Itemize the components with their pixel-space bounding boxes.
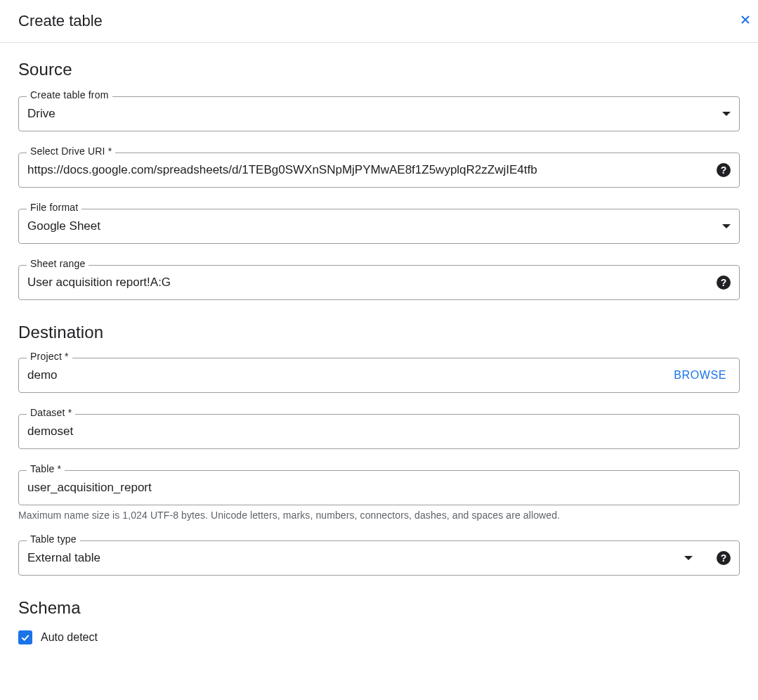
sheet-range-input-box: ? bbox=[18, 265, 740, 300]
page-title: Create table bbox=[18, 12, 103, 30]
field-sheet-range: Sheet range ? bbox=[18, 265, 740, 300]
field-label: Sheet range bbox=[27, 258, 89, 269]
help-icon[interactable]: ? bbox=[717, 163, 731, 177]
field-label: Table * bbox=[27, 463, 65, 474]
dialog-header: Create table bbox=[0, 0, 758, 43]
section-schema-title: Schema bbox=[18, 598, 740, 618]
field-label: Dataset * bbox=[27, 407, 75, 418]
drive-uri-input-box: ? bbox=[18, 153, 740, 188]
table-input[interactable] bbox=[27, 481, 731, 495]
project-input-box: BROWSE bbox=[18, 358, 740, 393]
chevron-down-icon bbox=[722, 112, 731, 116]
select-value: Google Sheet bbox=[27, 219, 717, 233]
table-input-box bbox=[18, 470, 740, 505]
close-icon[interactable] bbox=[738, 11, 758, 31]
field-label: Select Drive URI * bbox=[27, 145, 115, 157]
project-input[interactable] bbox=[27, 368, 674, 382]
sheet-range-input[interactable] bbox=[27, 276, 710, 290]
field-label: File format bbox=[27, 202, 81, 213]
check-icon bbox=[20, 632, 31, 643]
create-table-from-select[interactable]: Drive bbox=[18, 96, 740, 131]
field-project: Project * BROWSE bbox=[18, 358, 740, 393]
field-label: Project * bbox=[27, 351, 72, 362]
table-name-hint: Maximum name size is 1,024 UTF-8 bytes. … bbox=[18, 510, 740, 521]
browse-button[interactable]: BROWSE bbox=[674, 369, 731, 382]
auto-detect-label: Auto detect bbox=[41, 631, 98, 644]
dialog-content: Source Create table from Drive Select Dr… bbox=[0, 43, 758, 644]
field-label: Table type bbox=[27, 533, 80, 545]
dataset-input[interactable] bbox=[27, 424, 731, 439]
field-file-format: File format Google Sheet bbox=[18, 209, 740, 244]
auto-detect-row: Auto detect bbox=[18, 630, 740, 644]
select-value: External table bbox=[27, 551, 679, 565]
field-create-table-from: Create table from Drive bbox=[18, 96, 740, 131]
help-icon[interactable]: ? bbox=[717, 551, 731, 565]
auto-detect-checkbox[interactable] bbox=[18, 630, 32, 644]
field-table: Table * bbox=[18, 470, 740, 505]
chevron-down-icon bbox=[722, 224, 731, 228]
section-source-title: Source bbox=[18, 60, 740, 79]
table-type-select[interactable]: External table ? bbox=[18, 540, 740, 576]
field-dataset: Dataset * bbox=[18, 414, 740, 449]
dataset-input-box bbox=[18, 414, 740, 449]
select-value: Drive bbox=[27, 107, 717, 121]
field-table-type: Table type External table ? bbox=[18, 540, 740, 576]
field-drive-uri: Select Drive URI * ? bbox=[18, 153, 740, 188]
drive-uri-input[interactable] bbox=[27, 163, 710, 177]
field-label: Create table from bbox=[27, 89, 112, 101]
section-destination-title: Destination bbox=[18, 323, 740, 342]
file-format-select[interactable]: Google Sheet bbox=[18, 209, 740, 244]
chevron-down-icon bbox=[684, 556, 693, 560]
help-icon[interactable]: ? bbox=[717, 276, 731, 290]
